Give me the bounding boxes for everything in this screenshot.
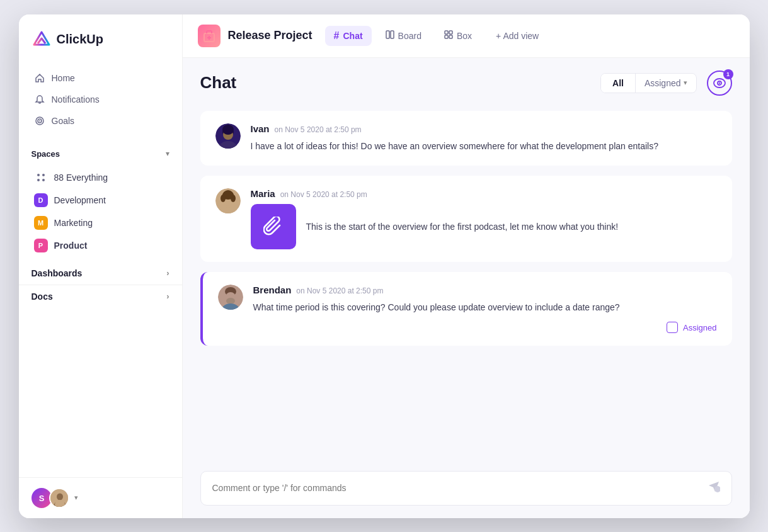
chat-messages: Ivan on Nov 5 2020 at 2:50 pm I have a l… [183, 106, 750, 461]
assigned-area: Assigned [253, 322, 717, 333]
logo-area: ClickUp [19, 14, 182, 62]
sidebar-item-product-label: Product [54, 241, 88, 251]
project-box-icon [202, 29, 216, 43]
ivan-author: Ivan [251, 123, 270, 134]
dashboards-chevron-icon: › [166, 268, 169, 278]
development-badge: D [34, 193, 48, 207]
docs-section[interactable]: Docs › [19, 285, 182, 308]
maria-time: on Nov 5 2020 at 2:50 pm [280, 190, 367, 199]
user-menu-chevron-icon[interactable]: ▾ [74, 494, 78, 502]
svg-point-3 [39, 120, 40, 122]
svg-text:S: S [38, 494, 44, 503]
svg-rect-21 [445, 35, 448, 38]
chat-input-area [183, 461, 750, 518]
sidebar-item-development-label: Development [54, 195, 106, 205]
dashboards-label: Dashboards [32, 268, 83, 278]
watch-button[interactable]: 1 [707, 71, 732, 96]
brendan-time: on Nov 5 2020 at 2:50 pm [296, 286, 383, 295]
ivan-avatar [215, 123, 241, 149]
maria-attachment: This is the start of the overview for th… [251, 204, 717, 249]
docs-chevron-icon: › [166, 291, 169, 301]
maria-avatar-img [215, 188, 241, 213]
tab-chat[interactable]: # Chat [325, 26, 372, 46]
sidebar-item-goals[interactable]: Goals [26, 110, 175, 132]
filter-all-button[interactable]: All [601, 74, 635, 93]
paperclip-icon [263, 217, 284, 237]
board-tab-label: Board [398, 31, 421, 41]
maria-message-text: This is the start of the overview for th… [306, 220, 619, 234]
ivan-avatar-img [215, 123, 241, 149]
spaces-section-title: Spaces [32, 149, 60, 159]
topbar: Release Project # Chat Board [183, 14, 750, 58]
brendan-message-text: What time period is this covering? Could… [253, 300, 717, 314]
sidebar-item-home[interactable]: Home [26, 67, 175, 89]
chat-area: Chat All Assigned ▾ [183, 58, 750, 518]
chat-title: Chat [200, 73, 237, 93]
chat-tab-hash: # [334, 30, 340, 42]
app-window: ClickUp Home Notifi [19, 14, 750, 518]
sidebar-item-notifications[interactable]: Notifications [26, 89, 175, 110]
brendan-avatar-img [218, 285, 243, 310]
user-avatar-s[interactable]: S [32, 488, 52, 508]
send-icon[interactable] [708, 480, 720, 496]
spaces-section-header[interactable]: Spaces ▾ [32, 147, 169, 161]
svg-point-36 [221, 195, 226, 202]
filter-assigned-chevron-icon: ▾ [684, 79, 687, 87]
sidebar-item-product[interactable]: P Product [26, 234, 175, 257]
dashboards-section[interactable]: Dashboards › [19, 262, 182, 285]
sidebar-bottom: S ▾ [19, 477, 182, 518]
svg-rect-19 [445, 31, 448, 34]
sidebar-item-everything-label: 88 Everything [54, 173, 108, 183]
message-bubble-icon [708, 480, 720, 493]
message-maria: Maria on Nov 5 2020 at 2:50 pm This is t… [200, 176, 732, 262]
svg-point-5 [42, 174, 45, 176]
project-title: Release Project [228, 29, 312, 42]
svg-point-4 [37, 174, 40, 176]
user-avatar-secondary-img [50, 489, 69, 508]
clickup-logo-icon [32, 30, 52, 50]
sidebar-item-marketing[interactable]: M Marketing [26, 212, 175, 234]
watch-count-badge: 1 [723, 69, 733, 79]
assigned-checkbox[interactable] [667, 322, 678, 333]
sidebar-item-everything[interactable]: 88 Everything [26, 166, 175, 189]
svg-point-29 [222, 125, 234, 135]
project-icon [198, 25, 221, 47]
box-tab-label: Box [457, 31, 472, 41]
logo-text: ClickUp [57, 32, 103, 47]
attachment-icon[interactable] [251, 204, 296, 249]
main-content: Release Project # Chat Board [183, 14, 750, 518]
tab-box[interactable]: Box [435, 26, 481, 45]
sidebar-item-development[interactable]: D Development [26, 189, 175, 212]
tab-board[interactable]: Board [377, 26, 430, 45]
sidebar-item-home-label: Home [52, 73, 75, 83]
ivan-message-content: Ivan on Nov 5 2020 at 2:50 pm I have a l… [251, 123, 717, 153]
spaces-list: 88 Everything D Development M Marketing … [19, 166, 182, 257]
brendan-message-content: Brendan on Nov 5 2020 at 2:50 pm What ti… [253, 285, 717, 333]
svg-point-7 [42, 179, 45, 181]
chat-input-box [200, 471, 732, 506]
sidebar-item-notifications-label: Notifications [52, 94, 100, 105]
chat-header: Chat All Assigned ▾ [183, 58, 750, 106]
bell-icon [34, 94, 45, 105]
chat-input[interactable] [212, 483, 700, 493]
ivan-message-header: Ivan on Nov 5 2020 at 2:50 pm [251, 123, 717, 134]
product-badge: P [34, 239, 48, 252]
spaces-chevron-icon: ▾ [166, 149, 169, 158]
everything-icon [34, 171, 48, 184]
sidebar-nav: Home Notifications [19, 62, 182, 137]
chat-tab-label: Chat [343, 31, 362, 41]
filter-assigned-button[interactable]: Assigned ▾ [635, 74, 696, 93]
svg-rect-22 [449, 35, 452, 38]
box-tab-icon [444, 30, 453, 41]
eye-icon [713, 78, 726, 88]
chat-filters: All Assigned ▾ [600, 73, 696, 93]
maria-avatar [215, 188, 241, 213]
ivan-message-text: I have a lot of ideas for this! Do we ha… [251, 139, 717, 153]
home-icon [34, 72, 45, 84]
svg-rect-18 [391, 31, 394, 38]
docs-label: Docs [32, 291, 53, 302]
maria-author: Maria [251, 188, 275, 199]
svg-point-6 [37, 179, 40, 181]
add-view-button[interactable]: + Add view [488, 26, 546, 45]
brendan-author: Brendan [253, 285, 292, 295]
